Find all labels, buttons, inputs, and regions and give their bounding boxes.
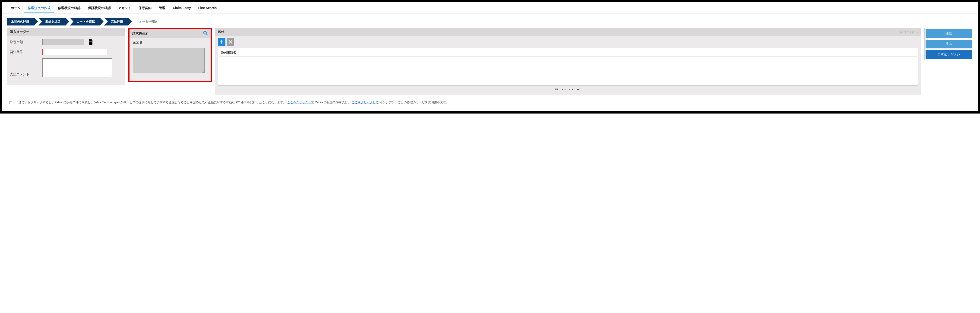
breadcrumb: 返却先の詳細 製品を追加 カートを確認 支払詳細 オーダー確認: [2, 13, 978, 28]
search-icon[interactable]: [203, 31, 208, 36]
nav-admin[interactable]: 管理: [155, 4, 169, 13]
nav-contract[interactable]: 保守契約: [135, 4, 155, 13]
po-number-input[interactable]: [42, 49, 107, 55]
step-order-confirm: オーダー確認: [132, 17, 162, 25]
delete-attachment-button[interactable]: [227, 38, 234, 46]
nav-warranty-status[interactable]: 保証状況の確認: [84, 4, 115, 13]
no-records-label: レコードなし: [900, 30, 918, 34]
billing-address-textarea: [133, 48, 205, 73]
attachment-name-column: 添付書類名: [219, 49, 918, 57]
back-button[interactable]: 戻る: [926, 40, 972, 48]
attachments-table: 添付書類名: [218, 48, 918, 86]
terms-text-3: インシデントごとの修理のサービス説明書を読む。: [380, 100, 449, 104]
attachments-empty-row: [219, 57, 918, 85]
nav-claim-entry[interactable]: Claim Entry: [169, 4, 195, 13]
top-nav: ホーム 修理注文の作成 修理状況の確認 保証状況の確認 アセット 保守契約 管理…: [2, 2, 978, 13]
nav-assets[interactable]: アセット: [115, 4, 135, 13]
po-number-label: 発注番号: [10, 49, 42, 54]
nav-home[interactable]: ホーム: [7, 4, 24, 13]
terms-text-1: 「送信」をクリックすると、Zebra の販売条件に同意し、Zebra Techn…: [16, 100, 286, 104]
step-payment-details[interactable]: 支払詳細: [104, 17, 128, 25]
payment-comment-label: 支払コメント: [10, 59, 42, 76]
nav-line-search[interactable]: Line Search: [195, 4, 220, 13]
company-name-label: 企業名: [133, 40, 207, 44]
nav-repair-status[interactable]: 修理状況の確認: [54, 4, 84, 13]
document-icon[interactable]: [88, 39, 93, 45]
pager-prev-icon[interactable]: ◀◀: [562, 87, 567, 91]
nav-create-repair[interactable]: 修理注文の作成: [24, 4, 54, 13]
pager-last-icon[interactable]: ⏭: [577, 87, 581, 91]
svg-point-0: [204, 31, 207, 34]
svg-line-1: [206, 34, 208, 35]
billing-title: 請求先住所: [132, 32, 148, 36]
amount-input: [42, 39, 84, 45]
add-attachment-button[interactable]: [218, 38, 226, 46]
terms-row: 「送信」をクリックすると、Zebra の販売条件に同意し、Zebra Techn…: [2, 95, 978, 105]
terms-text: 「送信」をクリックすると、Zebra の販売条件に同意し、Zebra Techn…: [16, 100, 449, 105]
terms-text-2: Zebra の販売条件を読む。: [315, 100, 351, 104]
billing-address-panel: 請求先住所 企業名: [128, 28, 212, 82]
terms-link-2[interactable]: ここをクリックして: [352, 100, 379, 104]
attachments-pager[interactable]: ⏮ ◀◀ ▶▶ ⏭: [218, 86, 918, 93]
purchase-order-panel: 購入オーダー 取引金額 発注番号: [7, 28, 125, 85]
submit-button[interactable]: 送信: [926, 29, 972, 38]
action-buttons: 送信 戻る ご留意ください: [924, 28, 973, 60]
step-add-product[interactable]: 製品を追加: [38, 17, 65, 25]
amount-label: 取引金額: [10, 39, 42, 44]
terms-link-1[interactable]: ここをクリックして: [287, 100, 314, 104]
step-review-cart[interactable]: カートを確認: [70, 17, 100, 25]
pager-first-icon[interactable]: ⏮: [555, 87, 559, 91]
purchase-order-title: 購入オーダー: [7, 28, 125, 36]
payment-comment-textarea[interactable]: [42, 59, 112, 77]
pager-next-icon[interactable]: ▶▶: [569, 87, 575, 91]
note-button[interactable]: ご留意ください: [926, 50, 972, 59]
attachments-title: 添付: [218, 30, 224, 34]
step-return-details[interactable]: 返却先の詳細: [7, 17, 34, 25]
terms-checkbox[interactable]: [9, 101, 12, 104]
attachments-panel: 添付 レコードなし 添付書類名 ⏮ ◀◀: [215, 28, 921, 95]
